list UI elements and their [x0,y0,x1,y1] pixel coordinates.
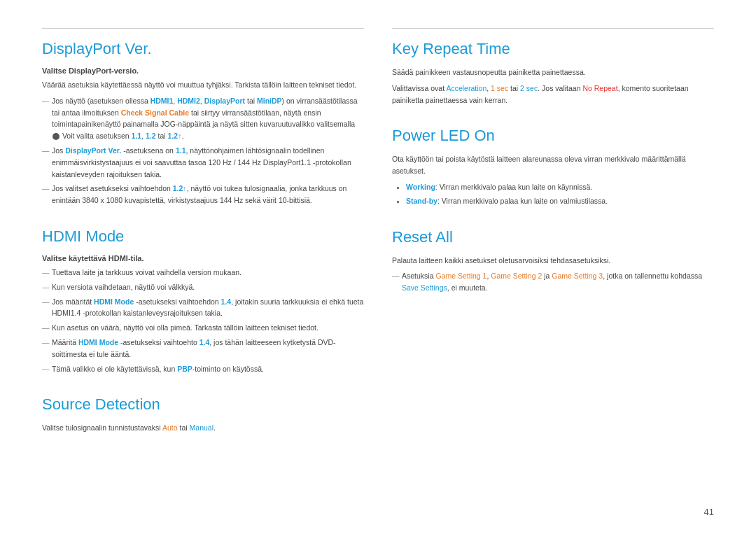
standby-label: Stand-by [406,197,438,205]
key-repeat-time-title: Key Repeat Time [392,40,714,58]
power-led-on-title: Power LED On [392,127,714,145]
acceleration-label: Acceleration [446,84,486,92]
key-repeat-para2: Valittavissa ovat Acceleration, 1 sec ta… [392,83,714,106]
game-setting3-label: Game Setting 3 [552,272,603,280]
hdmi-mode-label: HDMI Mode [94,297,134,306]
jog-icon [52,133,59,140]
right-column: Key Repeat Time Säädä painikkeen vastaus… [392,28,714,455]
hdmi-mode-subtitle: Valitse käytettävä HDMI-tila. [42,254,364,262]
hdmi1-label: HDMI1 [150,97,174,105]
note-item: Jos DisplayPort Ver. -asetuksena on 1.1,… [42,145,364,180]
game-setting1-label: Game Setting 1 [435,272,486,280]
section-key-repeat-time: Key Repeat Time Säädä painikkeen vastaus… [392,40,714,106]
val-1-2: 1.2 [146,132,156,140]
page-number: 41 [704,507,714,517]
2sec-label: 2 sec [520,84,538,92]
pbp-label: PBP [177,365,192,373]
bullet-standby: Stand-by: Virran merkkivalo palaa kun la… [406,195,714,207]
auto-label: Auto [162,423,178,432]
displayport-label: DisplayPort [204,97,245,105]
left-column: DisplayPort Ver. Valitse DisplayPort-ver… [42,28,364,455]
save-settings-label: Save Settings [402,283,447,292]
note-item: Tuettava laite ja tarkkuus voivat vaihde… [42,267,364,279]
note-item: Kun asetus on väärä, näyttö voi olla pim… [42,322,364,334]
hdmi-mode-notes: Tuettava laite ja tarkkuus voivat vaihde… [42,267,364,374]
note-item: Määritä HDMI Mode -asetukseksi vaihtoeht… [42,337,364,360]
hdmi-mode-title: HDMI Mode [42,227,364,246]
section-displayport-ver: DisplayPort Ver. Valitse DisplayPort-ver… [42,40,364,206]
section-power-led-on: Power LED On Ota käyttöön tai poista käy… [392,127,714,206]
reset-all-para1: Palauta laitteen kaikki asetukset oletus… [392,255,714,267]
ver-1-2up: 1.2↑ [173,184,187,192]
note-item: Tämä valikko ei ole käytettävissä, kun P… [42,363,364,375]
reset-all-title: Reset All [392,228,714,246]
note-item: Jos valitset asetukseksi vaihtoehdon 1.2… [42,183,364,206]
minidp-label: MiniDP [257,97,282,105]
hdmi-mode-label2: HDMI Mode [78,338,118,346]
check-signal-label: Check Signal Cable [121,108,189,117]
val-1-1: 1.1 [132,132,142,140]
key-repeat-para1: Säädä painikkeen vastausnopeutta painike… [392,66,714,78]
ver-1-1: 1.1 [176,146,186,155]
displayport-ver-notes: Jos näyttö (asetuksen ollessa HDMI1, HDM… [42,95,364,206]
1sec-label: 1 sec [491,84,508,92]
note-item: Jos näyttö (asetuksen ollessa HDMI1, HDM… [42,95,364,142]
no-repeat-label: No Repeat [582,84,617,92]
displayport-ver-title: DisplayPort Ver. [42,40,364,58]
section-reset-all: Reset All Palauta laitteen kaikki asetuk… [392,228,714,294]
power-led-bullets: Working: Virran merkkivalo palaa kun lai… [392,181,714,207]
note-item: Kun versiota vaihdetaan, näyttö voi välk… [42,281,364,293]
section-source-detection: Source Detection Valitse tulosignaalin t… [42,395,364,434]
hdmi-14-1: 1.4 [221,297,232,306]
source-detection-para: Valitse tulosignaalin tunnistustavaksi A… [42,422,364,434]
page-content: DisplayPort Ver. Valitse DisplayPort-ver… [0,0,756,483]
displayport-ver-p1: Väärää asetuksia käytettäessä näyttö voi… [42,79,364,91]
working-label: Working [406,183,435,191]
game-setting2-label: Game Setting 2 [491,272,542,280]
hdmi2-label: HDMI2 [177,97,200,105]
dp-ver-label: DisplayPort Ver. [65,146,121,155]
section-hdmi-mode: HDMI Mode Valitse käytettävä HDMI-tila. … [42,227,364,374]
note-item: Asetuksia Game Setting 1, Game Setting 2… [392,270,714,294]
val-1-2up: 1.2↑ [168,132,182,140]
power-led-para1: Ota käyttöön tai poista käytöstä laittee… [392,153,714,177]
source-detection-title: Source Detection [42,395,364,414]
reset-all-notes: Asetuksia Game Setting 1, Game Setting 2… [392,270,714,294]
displayport-ver-subtitle: Valitse DisplayPort-versio. [42,66,364,75]
bullet-working: Working: Virran merkkivalo palaa kun lai… [406,181,714,193]
note-item: Jos määrität HDMI Mode -asetukseksi vaih… [42,296,364,320]
manual-label: Manual [190,423,214,432]
hdmi-14-2: 1.4 [200,338,210,346]
